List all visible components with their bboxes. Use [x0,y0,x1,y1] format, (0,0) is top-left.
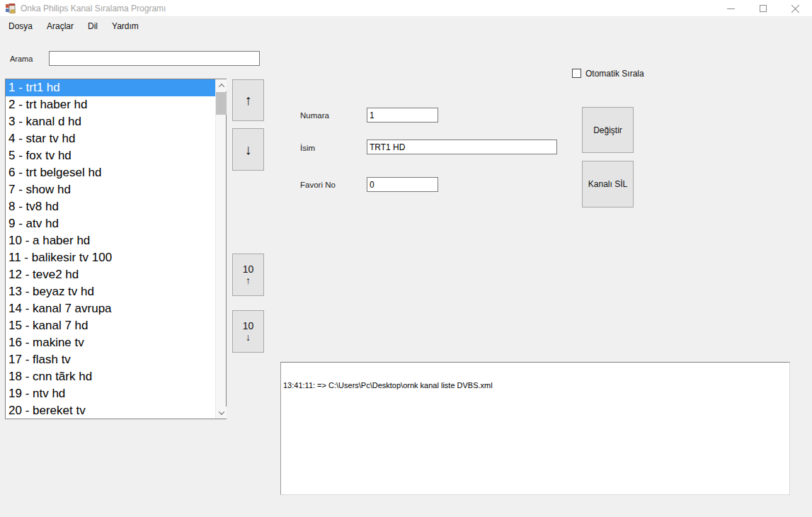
scrollbar-thumb[interactable] [216,92,227,115]
numara-label: Numara [300,111,329,120]
up-arrow-icon: ↑ [245,92,252,108]
delete-button-label: Kanalı SİL [588,179,627,189]
move-down-10-number: 10 [243,320,254,331]
app-icon [6,4,16,13]
scroll-down-button[interactable] [216,407,227,419]
list-item[interactable]: 18 - cnn tãrk hd [6,368,215,385]
list-item[interactable]: 5 - fox tv hd [6,147,215,164]
list-item[interactable]: 17 - flash tv [6,351,215,368]
list-scrollbar[interactable] [215,79,226,419]
change-button-label: Değiştir [593,125,622,135]
channel-list-items: 1 - trt1 hd 2 - trt haber hd 3 - kanal d… [6,79,215,419]
list-item[interactable]: 7 - show hd [6,181,215,198]
move-up-10-button[interactable]: 10 ↑ [232,254,264,296]
list-item[interactable]: 14 - kanal 7 avrupa [6,300,215,317]
minimize-button[interactable] [714,0,747,17]
maximize-icon [760,5,767,12]
scroll-up-button[interactable] [216,79,227,91]
list-item[interactable]: 3 - kanal d hd [6,113,215,130]
list-item[interactable]: 4 - star tv hd [6,130,215,147]
list-item[interactable]: 1 - trt1 hd [6,79,215,96]
delete-channel-button[interactable]: Kanalı SİL [582,161,634,208]
menu-bar: Dosya Araçlar Dil Yardım [0,18,812,35]
move-up-button[interactable]: ↑ [232,79,264,121]
chevron-down-icon [218,409,224,414]
down-arrow-icon: ↓ [246,331,251,343]
search-input[interactable] [49,51,260,66]
list-item[interactable]: 15 - kanal 7 hd [6,317,215,334]
isim-label: İsim [300,144,315,152]
favori-no-input[interactable] [367,177,438,192]
change-button[interactable]: Değiştir [582,107,634,153]
log-line: 13:41:11: => C:\Users\Pc\Desktop\ornk ka… [283,381,787,390]
menu-yardim[interactable]: Yardım [112,21,139,31]
search-label: Arama [10,55,33,63]
isim-input[interactable] [367,140,557,154]
list-item[interactable]: 8 - tv8 hd [6,198,215,215]
title-bar: Onka Philips Kanal Sıralama Programı [0,0,812,17]
close-icon [791,4,800,13]
list-item[interactable]: 13 - beyaz tv hd [6,283,215,300]
close-button[interactable] [779,0,812,17]
menu-dil[interactable]: Dil [88,21,98,31]
channel-list: 1 - trt1 hd 2 - trt haber hd 3 - kanal d… [5,79,227,419]
window-title: Onka Philips Kanal Sıralama Programı [21,4,166,13]
menu-dosya[interactable]: Dosya [8,21,33,31]
list-item[interactable]: 16 - makine tv [6,334,215,351]
favori-no-label: Favori No [300,181,336,189]
log-textbox[interactable]: 13:41:11: => C:\Users\Pc\Desktop\ornk ka… [280,362,790,495]
move-down-button[interactable]: ↓ [232,128,264,171]
list-item[interactable]: 20 - bereket tv [6,402,215,419]
list-item[interactable]: 6 - trt belgesel hd [6,164,215,181]
minimize-icon [727,8,735,9]
auto-sort-checkbox[interactable] [572,69,581,78]
list-item[interactable]: 19 - ntv hd [6,385,215,402]
down-arrow-icon: ↓ [245,142,252,158]
numara-input[interactable] [367,108,438,123]
list-item[interactable]: 11 - balikesir tv 100 [6,249,215,266]
maximize-button[interactable] [747,0,779,17]
auto-sort-label: Otomatik Sırala [585,69,644,79]
move-down-10-button[interactable]: 10 ↓ [232,310,264,353]
list-item[interactable]: 2 - trt haber hd [6,96,215,113]
list-item[interactable]: 10 - a haber hd [6,232,215,249]
up-arrow-icon: ↑ [246,275,251,286]
list-item[interactable]: 12 - teve2 hd [6,266,215,283]
move-up-10-number: 10 [243,263,254,275]
list-item[interactable]: 9 - atv hd [6,215,215,232]
menu-araclar[interactable]: Araçlar [47,21,74,31]
chevron-up-icon [218,84,224,89]
